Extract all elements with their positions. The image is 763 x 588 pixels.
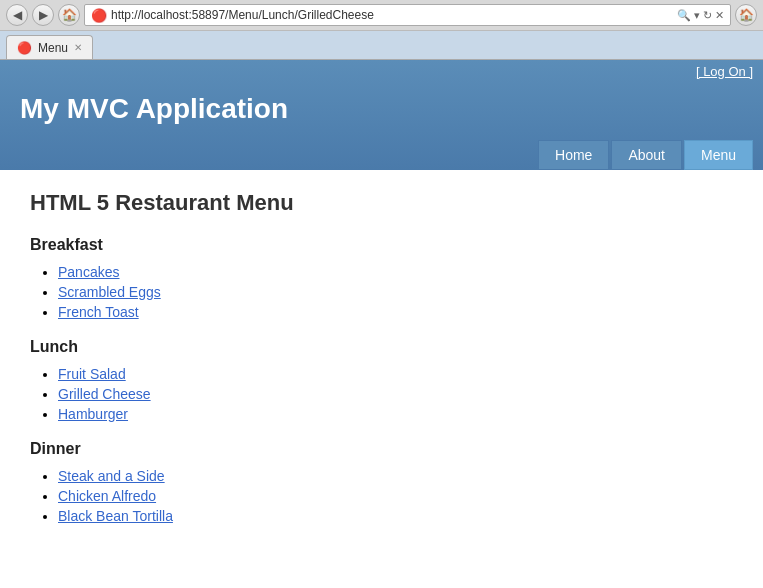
back-button[interactable]: ◀ bbox=[6, 4, 28, 26]
steak-link[interactable]: Steak and a Side bbox=[58, 468, 165, 484]
list-item: Scrambled Eggs bbox=[58, 284, 733, 300]
list-item: Hamburger bbox=[58, 406, 733, 422]
browser-chrome: ◀ ▶ 🏠 🔴 http://localhost:58897/Menu/Lunc… bbox=[0, 0, 763, 60]
list-item: Steak and a Side bbox=[58, 468, 733, 484]
home-button[interactable]: 🏠 bbox=[58, 4, 80, 26]
hamburger-link[interactable]: Hamburger bbox=[58, 406, 128, 422]
list-item: Pancakes bbox=[58, 264, 733, 280]
active-tab[interactable]: 🔴 Menu ✕ bbox=[6, 35, 93, 59]
main-content: HTML 5 Restaurant Menu Breakfast Pancake… bbox=[0, 170, 763, 570]
nav-home[interactable]: Home bbox=[538, 140, 609, 170]
list-item: Grilled Cheese bbox=[58, 386, 733, 402]
browser-toolbar: ◀ ▶ 🏠 🔴 http://localhost:58897/Menu/Lunc… bbox=[0, 0, 763, 31]
grilled-cheese-link[interactable]: Grilled Cheese bbox=[58, 386, 151, 402]
nav-bar: Home About Menu bbox=[0, 140, 763, 170]
lunch-list: Fruit Salad Grilled Cheese Hamburger bbox=[30, 366, 733, 422]
black-bean-tortilla-link[interactable]: Black Bean Tortilla bbox=[58, 508, 173, 524]
logon-bar: [ Log On ] bbox=[0, 60, 763, 83]
nav-menu[interactable]: Menu bbox=[684, 140, 753, 170]
tab-label: Menu bbox=[38, 41, 68, 55]
scrambled-eggs-link[interactable]: Scrambled Eggs bbox=[58, 284, 161, 300]
dinner-list: Steak and a Side Chicken Alfredo Black B… bbox=[30, 468, 733, 524]
list-item: French Toast bbox=[58, 304, 733, 320]
forward-button[interactable]: ▶ bbox=[32, 4, 54, 26]
tab-bar: 🔴 Menu ✕ bbox=[0, 31, 763, 59]
breakfast-list: Pancakes Scrambled Eggs French Toast bbox=[30, 264, 733, 320]
tab-favicon-icon: 🔴 bbox=[17, 41, 32, 55]
french-toast-link[interactable]: French Toast bbox=[58, 304, 139, 320]
dinner-section: Dinner Steak and a Side Chicken Alfredo … bbox=[30, 440, 733, 524]
app-title-bar: My MVC Application bbox=[0, 83, 763, 140]
list-item: Fruit Salad bbox=[58, 366, 733, 382]
list-item: Chicken Alfredo bbox=[58, 488, 733, 504]
logon-link[interactable]: [ Log On ] bbox=[696, 64, 753, 79]
breakfast-section: Breakfast Pancakes Scrambled Eggs French… bbox=[30, 236, 733, 320]
fruit-salad-link[interactable]: Fruit Salad bbox=[58, 366, 126, 382]
app-header: [ Log On ] My MVC Application Home About… bbox=[0, 60, 763, 170]
url-text: http://localhost:58897/Menu/Lunch/Grille… bbox=[111, 8, 677, 22]
nav-about[interactable]: About bbox=[611, 140, 682, 170]
lunch-section: Lunch Fruit Salad Grilled Cheese Hamburg… bbox=[30, 338, 733, 422]
lunch-title: Lunch bbox=[30, 338, 733, 356]
address-icons: 🔍 ▾ ↻ ✕ bbox=[677, 9, 724, 22]
list-item: Black Bean Tortilla bbox=[58, 508, 733, 524]
chicken-alfredo-link[interactable]: Chicken Alfredo bbox=[58, 488, 156, 504]
page-title: HTML 5 Restaurant Menu bbox=[30, 190, 733, 216]
address-bar[interactable]: 🔴 http://localhost:58897/Menu/Lunch/Gril… bbox=[84, 4, 731, 26]
pancakes-link[interactable]: Pancakes bbox=[58, 264, 119, 280]
tab-close-button[interactable]: ✕ bbox=[74, 42, 82, 53]
app-title: My MVC Application bbox=[20, 93, 743, 125]
settings-button[interactable]: 🏠 bbox=[735, 4, 757, 26]
dinner-title: Dinner bbox=[30, 440, 733, 458]
breakfast-title: Breakfast bbox=[30, 236, 733, 254]
favicon-icon: 🔴 bbox=[91, 8, 107, 23]
